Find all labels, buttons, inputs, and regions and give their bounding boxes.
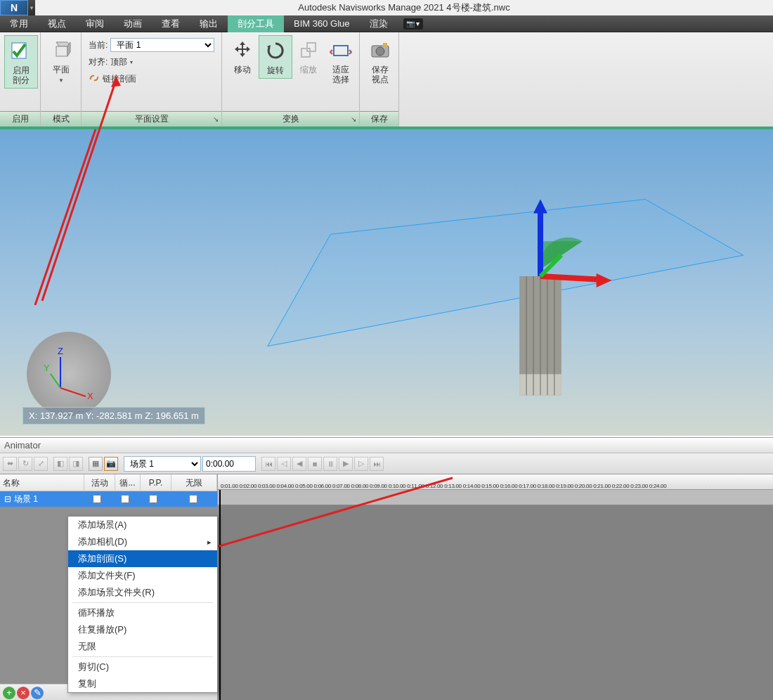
timeline-cursor[interactable] — [219, 490, 221, 700]
menu-bim360[interactable]: BIM 360 Glue — [284, 15, 360, 32]
delete-icon[interactable]: × — [17, 687, 30, 699]
rotate-button[interactable]: 旋转 — [259, 35, 292, 79]
cm-separator — [72, 602, 213, 603]
svg-text:Z: Z — [58, 346, 63, 356]
tb-rotate-icon[interactable]: ↻ — [18, 457, 32, 471]
col-name[interactable]: 名称 — [0, 474, 84, 491]
link-icon — [89, 72, 100, 86]
tb-transparency-icon[interactable]: ◨ — [69, 457, 83, 471]
svg-rect-4 — [301, 48, 310, 57]
cm-separator — [72, 656, 213, 657]
play-first-icon[interactable]: ⏮ — [261, 457, 275, 471]
svg-line-25 — [60, 388, 86, 396]
mode-plane-button[interactable]: 平面▼ — [45, 35, 77, 89]
btn-label: 移动 — [234, 65, 251, 74]
play-prev-icon[interactable]: ◁ — [277, 457, 291, 471]
timeline-track[interactable] — [218, 490, 773, 505]
window-title: Autodesk Navisworks Manage 2021 4号楼-建筑.n… — [35, 0, 773, 15]
move-button[interactable]: 移动 — [226, 35, 259, 77]
dialog-launcher-icon[interactable]: ↘ — [351, 115, 356, 123]
align-value[interactable]: 顶部 — [110, 56, 127, 68]
enable-section-button[interactable]: 启用剖分 — [4, 35, 38, 89]
stop-icon[interactable]: ■ — [308, 457, 322, 471]
group-label-enable: 启用 — [0, 111, 40, 127]
cm-cut[interactable]: 剪切(C) — [68, 659, 217, 675]
checkbox-icon — [9, 39, 33, 63]
cm-add-camera[interactable]: 添加相机(D) — [68, 533, 217, 550]
dialog-launcher-icon[interactable]: ↘ — [213, 115, 219, 123]
pause-icon[interactable]: ⏸ — [323, 457, 337, 471]
tb-translate-icon[interactable]: ⬌ — [3, 457, 17, 471]
animator-title: Animator — [0, 438, 773, 453]
3d-viewport[interactable]: Z X Y X: 137.927 m Y: -282.581 m Z: 196.… — [0, 128, 773, 436]
save-viewpoint-button[interactable]: 保存视点 — [364, 35, 396, 87]
inf-checkbox[interactable] — [189, 495, 197, 503]
col-active[interactable]: 活动 — [84, 474, 115, 491]
timeline-ruler[interactable]: 0:01.00 0:02.00 0:03.00 0:04.00 0:05.00 … — [218, 474, 773, 490]
app-menu-drop[interactable]: ▼ — [28, 0, 35, 15]
menu-render[interactable]: 渲染 — [360, 15, 398, 32]
tb-color-icon[interactable]: ◧ — [53, 457, 67, 471]
cm-loop[interactable]: 循环播放 — [68, 604, 217, 621]
time-input[interactable] — [202, 456, 256, 472]
col-loop[interactable]: 循... — [115, 474, 141, 491]
ribbon: 启用剖分 启用 平面▼ 模式 当前: 平面 1 — [0, 32, 773, 128]
play-last-icon[interactable]: ⏭ — [370, 457, 384, 471]
cm-add-folder[interactable]: 添加文件夹(F) — [68, 567, 217, 584]
scene-name: 场景 1 — [14, 493, 82, 505]
btn-label: 平面 — [53, 65, 70, 74]
svg-rect-9 — [383, 43, 387, 46]
viewcube[interactable]: Z X Y — [27, 332, 111, 416]
play-icon[interactable]: ▶ — [339, 457, 353, 471]
cm-add-scene-folder[interactable]: 添加场景文件夹(R) — [68, 584, 217, 601]
fit-selection-button[interactable]: 适应选择 — [325, 35, 357, 87]
menu-output[interactable]: 输出 — [190, 15, 228, 32]
link-section-button[interactable]: 链接剖面 — [103, 73, 136, 85]
move-icon — [230, 38, 254, 62]
group-label-plane-settings: 平面设置↘ — [82, 111, 221, 127]
add-icon[interactable]: + — [3, 687, 15, 699]
menu-animation[interactable]: 动画 — [114, 15, 152, 32]
current-plane-select[interactable]: 平面 1 — [110, 38, 214, 52]
play-next-icon[interactable]: ▷ — [354, 457, 368, 471]
edit-icon[interactable]: ✎ — [31, 687, 44, 699]
tree-collapse-icon[interactable]: ⊟ — [4, 494, 11, 504]
menu-bar: 常用 视点 审阅 动画 查看 输出 剖分工具 BIM 360 Glue 渲染 📷… — [0, 15, 773, 32]
scale-icon — [297, 38, 320, 62]
play-rev-icon[interactable]: ◀ — [292, 457, 306, 471]
pp-checkbox[interactable] — [149, 495, 157, 503]
group-label-mode: 模式 — [41, 111, 81, 127]
tb-capture-icon[interactable]: 📷 — [104, 457, 118, 471]
chevron-down-icon[interactable]: ▾ — [130, 59, 133, 65]
scene-select[interactable]: 场景 1 — [124, 456, 201, 472]
tb-scale-icon[interactable]: ⤢ — [34, 457, 48, 471]
cm-add-scene[interactable]: 添加场景(A) — [68, 517, 217, 533]
menu-section-tools[interactable]: 剖分工具 — [228, 15, 284, 32]
menu-viewpoint[interactable]: 视点 — [38, 15, 76, 32]
cm-pingpong[interactable]: 往复播放(P) — [68, 621, 217, 638]
cm-add-section[interactable]: 添加剖面(S) — [68, 550, 217, 567]
svg-marker-19 — [533, 200, 547, 214]
active-checkbox[interactable] — [93, 495, 101, 503]
context-menu: 添加场景(A) 添加相机(D) 添加剖面(S) 添加文件夹(F) 添加场景文件夹… — [67, 516, 218, 693]
col-inf[interactable]: 无限 — [171, 474, 217, 491]
app-icon[interactable]: N — [0, 0, 28, 15]
menu-common[interactable]: 常用 — [0, 15, 38, 32]
svg-rect-5 — [307, 43, 316, 51]
svg-line-27 — [51, 374, 60, 388]
menu-view[interactable]: 查看 — [152, 15, 190, 32]
col-pp[interactable]: P.P. — [141, 474, 171, 491]
svg-text:X: X — [87, 391, 93, 401]
btn-label: 旋转 — [267, 65, 284, 75]
btn-label2: 选择 — [332, 74, 349, 84]
tb-snap-icon[interactable]: ▦ — [89, 457, 103, 471]
loop-checkbox[interactable] — [121, 495, 129, 503]
svg-rect-6 — [334, 46, 348, 56]
coordinates-readout: X: 137.927 m Y: -282.581 m Z: 196.651 m — [22, 407, 205, 424]
cm-infinite[interactable]: 无限 — [68, 638, 217, 655]
svg-marker-10 — [268, 200, 743, 346]
camera-toggle-icon[interactable]: 📷 ▾ — [403, 18, 423, 30]
menu-review[interactable]: 审阅 — [76, 15, 114, 32]
cm-copy[interactable]: 复制 — [68, 675, 217, 692]
scene-tree-row[interactable]: ⊟ 场景 1 — [0, 491, 217, 507]
